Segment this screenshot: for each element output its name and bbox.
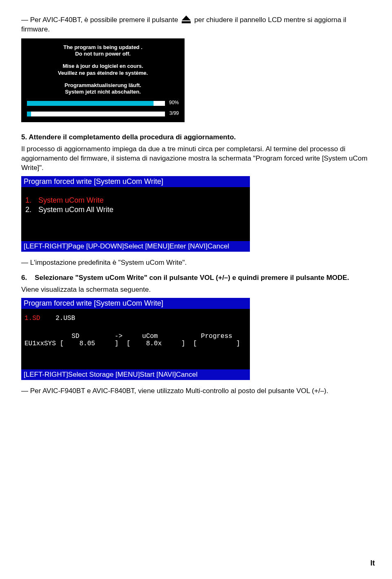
screen2-footer: [LEFT-RIGHT]Page [UP-DOWN]Select [MENU]E…: [21, 241, 250, 252]
screen2-title: Program forced write [System uCom Write]: [21, 176, 250, 187]
msg-de: Programmaktualisierung läuft. System jet…: [24, 82, 181, 96]
menu-item-1-text: System uCom Write: [38, 196, 104, 205]
step-6: 6. Selezionare "System uCom Write" con i…: [21, 273, 371, 295]
multi-control-note: — Per AVIC-F940BT e AVIC-F840BT, viene u…: [21, 387, 371, 396]
screen3-title: Program forced write [System uCom Write]: [21, 298, 250, 309]
screen3-data-row: EU1xxSYS [ 8.05 ] [ 8.0x ] [ ]: [24, 340, 247, 347]
progress-bar-1-label: 90%: [169, 100, 179, 105]
progress-bar-2: 3/99: [24, 112, 181, 117]
step-5-heading: 5. Attendere il completamento della proc…: [21, 133, 371, 142]
menu-item-1: 1. System uCom Write: [25, 196, 246, 205]
menu-item-2-num: 2.: [25, 206, 38, 214]
default-setting-note: — L'impostazione predefinita è "System u…: [21, 258, 371, 268]
menu-item-2: 2. System uCom All Write: [25, 206, 246, 214]
screen3-col-head: SD -> uCom Progress: [24, 333, 247, 340]
msg-en-2: Do not turn power off.: [24, 51, 181, 57]
page-language-indicator: It: [370, 559, 375, 568]
svg-rect-1: [182, 21, 191, 23]
storage-usb: 2.USB: [56, 315, 75, 322]
intro-before: — Per AVIC-F40BT, è possibile premere il…: [21, 16, 178, 24]
msg-en: The program is being updated . Do not tu…: [24, 44, 181, 58]
forced-write-menu-screenshot: Program forced write [System uCom Write]…: [21, 176, 250, 252]
forced-write-storage-screenshot: Program forced write [System uCom Write]…: [21, 298, 250, 380]
msg-fr: Mise à jour du logiciel en cours. Veuill…: [24, 63, 181, 76]
progress-bar-2-label: 3/99: [169, 110, 179, 116]
msg-fr-1: Mise à jour du logiciel en cours.: [24, 63, 181, 69]
menu-item-2-text: System uCom All Write: [38, 206, 114, 214]
menu-item-1-num: 1.: [25, 196, 38, 205]
msg-de-2: System jetzt nicht abschalten.: [24, 89, 181, 95]
step-6-after: Viene visualizzata la schermata seguente…: [21, 285, 371, 295]
svg-marker-0: [182, 16, 191, 20]
storage-sd: 1.SD: [24, 315, 40, 322]
msg-fr-2: Veuillez ne pas éteindre le système.: [24, 70, 181, 76]
step-6-num: 6.: [21, 274, 27, 282]
intro-paragraph: — Per AVIC-F40BT, è possibile premere il…: [21, 16, 371, 34]
step-5-body: Il processo di aggiornamento impiega da …: [21, 145, 371, 173]
eject-icon: [181, 16, 192, 24]
progress-bar-1: 90%: [24, 101, 181, 107]
update-progress-screenshot: The program is being updated . Do not tu…: [21, 38, 185, 123]
msg-de-1: Programmaktualisierung läuft.: [24, 82, 181, 89]
msg-en-1: The program is being updated .: [24, 44, 181, 51]
step-6-bold: Selezionare "System uCom Write" con il p…: [35, 274, 349, 282]
screen3-footer: [LEFT-RIGHT]Select Storage [MENU]Start […: [21, 369, 250, 380]
storage-choices: 1.SD 2.USB: [24, 315, 247, 322]
